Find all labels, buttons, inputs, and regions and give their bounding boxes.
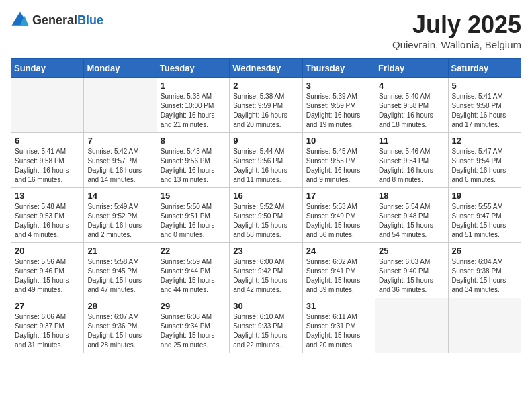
calendar-cell <box>84 78 157 133</box>
calendar-cell: 17Sunrise: 5:53 AMSunset: 9:49 PMDayligh… <box>302 188 375 243</box>
day-number: 23 <box>233 246 298 256</box>
calendar-cell: 9Sunrise: 5:44 AMSunset: 9:56 PMDaylight… <box>230 133 302 188</box>
day-number: 4 <box>379 81 444 91</box>
day-of-week-header: Monday <box>84 59 157 78</box>
day-number: 12 <box>452 136 517 146</box>
calendar-cell: 3Sunrise: 5:39 AMSunset: 9:59 PMDaylight… <box>302 78 375 133</box>
day-number: 28 <box>87 301 152 311</box>
calendar-week-row: 20Sunrise: 5:56 AMSunset: 9:46 PMDayligh… <box>11 243 521 298</box>
title-block: July 2025 Quievrain, Wallonia, Belgium <box>392 11 521 50</box>
calendar-cell: 7Sunrise: 5:42 AMSunset: 9:57 PMDaylight… <box>84 133 157 188</box>
calendar-cell: 6Sunrise: 5:41 AMSunset: 9:58 PMDaylight… <box>11 133 84 188</box>
logo-general: General <box>32 13 77 27</box>
day-info: Sunrise: 5:42 AMSunset: 9:57 PMDaylight:… <box>87 147 152 185</box>
day-info: Sunrise: 5:54 AMSunset: 9:48 PMDaylight:… <box>379 202 444 240</box>
day-number: 17 <box>306 191 371 201</box>
calendar-cell: 24Sunrise: 6:02 AMSunset: 9:41 PMDayligh… <box>302 243 375 298</box>
calendar-week-row: 6Sunrise: 5:41 AMSunset: 9:58 PMDaylight… <box>11 133 521 188</box>
calendar-cell: 26Sunrise: 6:04 AMSunset: 9:38 PMDayligh… <box>448 243 521 298</box>
calendar-cell: 12Sunrise: 5:47 AMSunset: 9:54 PMDayligh… <box>448 133 521 188</box>
day-info: Sunrise: 5:56 AMSunset: 9:46 PMDaylight:… <box>15 257 80 295</box>
day-info: Sunrise: 5:50 AMSunset: 9:51 PMDaylight:… <box>161 202 226 240</box>
day-info: Sunrise: 5:46 AMSunset: 9:54 PMDaylight:… <box>379 147 444 185</box>
day-info: Sunrise: 5:40 AMSunset: 9:58 PMDaylight:… <box>379 92 444 130</box>
calendar-cell: 14Sunrise: 5:49 AMSunset: 9:52 PMDayligh… <box>84 188 157 243</box>
day-number: 13 <box>15 191 80 201</box>
calendar-cell: 29Sunrise: 6:08 AMSunset: 9:34 PMDayligh… <box>157 298 229 353</box>
day-info: Sunrise: 5:41 AMSunset: 9:58 PMDaylight:… <box>452 92 517 130</box>
day-info: Sunrise: 5:49 AMSunset: 9:52 PMDaylight:… <box>87 202 152 240</box>
calendar-week-row: 13Sunrise: 5:48 AMSunset: 9:53 PMDayligh… <box>11 188 521 243</box>
calendar-cell: 15Sunrise: 5:50 AMSunset: 9:51 PMDayligh… <box>157 188 229 243</box>
day-number: 1 <box>161 81 226 91</box>
calendar-cell: 27Sunrise: 6:06 AMSunset: 9:37 PMDayligh… <box>11 298 84 353</box>
day-number: 29 <box>161 301 226 311</box>
calendar-table: SundayMondayTuesdayWednesdayThursdayFrid… <box>11 58 521 353</box>
day-info: Sunrise: 6:10 AMSunset: 9:33 PMDaylight:… <box>233 312 298 350</box>
day-number: 31 <box>306 301 371 311</box>
calendar-cell: 13Sunrise: 5:48 AMSunset: 9:53 PMDayligh… <box>11 188 84 243</box>
day-number: 20 <box>15 246 80 256</box>
calendar-cell: 28Sunrise: 6:07 AMSunset: 9:36 PMDayligh… <box>84 298 157 353</box>
calendar-header-row: SundayMondayTuesdayWednesdayThursdayFrid… <box>11 59 521 78</box>
day-info: Sunrise: 6:06 AMSunset: 9:37 PMDaylight:… <box>15 312 80 350</box>
logo-blue: Blue <box>77 13 103 27</box>
calendar-cell: 25Sunrise: 6:03 AMSunset: 9:40 PMDayligh… <box>375 243 448 298</box>
day-info: Sunrise: 5:45 AMSunset: 9:55 PMDaylight:… <box>306 147 371 185</box>
calendar-week-row: 27Sunrise: 6:06 AMSunset: 9:37 PMDayligh… <box>11 298 521 353</box>
day-number: 21 <box>87 246 152 256</box>
day-info: Sunrise: 6:11 AMSunset: 9:31 PMDaylight:… <box>306 312 371 350</box>
calendar-cell: 4Sunrise: 5:40 AMSunset: 9:58 PMDaylight… <box>375 78 448 133</box>
day-number: 15 <box>161 191 226 201</box>
day-info: Sunrise: 6:02 AMSunset: 9:41 PMDaylight:… <box>306 257 371 295</box>
day-info: Sunrise: 5:55 AMSunset: 9:47 PMDaylight:… <box>452 202 517 240</box>
day-info: Sunrise: 6:08 AMSunset: 9:34 PMDaylight:… <box>161 312 226 350</box>
day-number: 8 <box>161 136 226 146</box>
day-number: 30 <box>233 301 298 311</box>
logo-icon <box>11 11 30 30</box>
day-info: Sunrise: 5:43 AMSunset: 9:56 PMDaylight:… <box>161 147 226 185</box>
calendar-cell: 2Sunrise: 5:38 AMSunset: 9:59 PMDaylight… <box>230 78 302 133</box>
calendar-cell: 21Sunrise: 5:58 AMSunset: 9:45 PMDayligh… <box>84 243 157 298</box>
calendar-cell: 1Sunrise: 5:38 AMSunset: 10:00 PMDayligh… <box>157 78 229 133</box>
calendar-cell: 10Sunrise: 5:45 AMSunset: 9:55 PMDayligh… <box>302 133 375 188</box>
calendar-cell: 20Sunrise: 5:56 AMSunset: 9:46 PMDayligh… <box>11 243 84 298</box>
calendar-week-row: 1Sunrise: 5:38 AMSunset: 10:00 PMDayligh… <box>11 78 521 133</box>
logo-text: GeneralBlue <box>32 13 103 28</box>
calendar-cell <box>11 78 84 133</box>
day-number: 26 <box>452 246 517 256</box>
day-number: 6 <box>15 136 80 146</box>
day-number: 10 <box>306 136 371 146</box>
day-info: Sunrise: 5:53 AMSunset: 9:49 PMDaylight:… <box>306 202 371 240</box>
day-of-week-header: Wednesday <box>230 59 302 78</box>
day-info: Sunrise: 5:59 AMSunset: 9:44 PMDaylight:… <box>161 257 226 295</box>
day-number: 18 <box>379 191 444 201</box>
calendar-cell: 18Sunrise: 5:54 AMSunset: 9:48 PMDayligh… <box>375 188 448 243</box>
calendar-cell: 22Sunrise: 5:59 AMSunset: 9:44 PMDayligh… <box>157 243 229 298</box>
day-info: Sunrise: 5:47 AMSunset: 9:54 PMDaylight:… <box>452 147 517 185</box>
day-number: 14 <box>87 191 152 201</box>
day-number: 22 <box>161 246 226 256</box>
day-info: Sunrise: 6:04 AMSunset: 9:38 PMDaylight:… <box>452 257 517 295</box>
calendar-cell: 16Sunrise: 5:52 AMSunset: 9:50 PMDayligh… <box>230 188 302 243</box>
calendar-cell: 19Sunrise: 5:55 AMSunset: 9:47 PMDayligh… <box>448 188 521 243</box>
calendar-cell: 23Sunrise: 6:00 AMSunset: 9:42 PMDayligh… <box>230 243 302 298</box>
day-number: 25 <box>379 246 444 256</box>
day-info: Sunrise: 5:38 AMSunset: 9:59 PMDaylight:… <box>233 92 298 130</box>
day-of-week-header: Tuesday <box>157 59 229 78</box>
calendar-cell: 11Sunrise: 5:46 AMSunset: 9:54 PMDayligh… <box>375 133 448 188</box>
day-number: 16 <box>233 191 298 201</box>
day-of-week-header: Friday <box>375 59 448 78</box>
page-header: GeneralBlue July 2025 Quievrain, Walloni… <box>11 11 521 50</box>
day-of-week-header: Saturday <box>448 59 521 78</box>
day-number: 3 <box>306 81 371 91</box>
day-number: 7 <box>87 136 152 146</box>
day-number: 11 <box>379 136 444 146</box>
calendar-cell <box>375 298 448 353</box>
month-title: July 2025 <box>392 11 521 39</box>
day-number: 9 <box>233 136 298 146</box>
day-info: Sunrise: 5:48 AMSunset: 9:53 PMDaylight:… <box>15 202 80 240</box>
day-info: Sunrise: 6:00 AMSunset: 9:42 PMDaylight:… <box>233 257 298 295</box>
day-number: 24 <box>306 246 371 256</box>
day-info: Sunrise: 5:38 AMSunset: 10:00 PMDaylight… <box>161 92 226 130</box>
